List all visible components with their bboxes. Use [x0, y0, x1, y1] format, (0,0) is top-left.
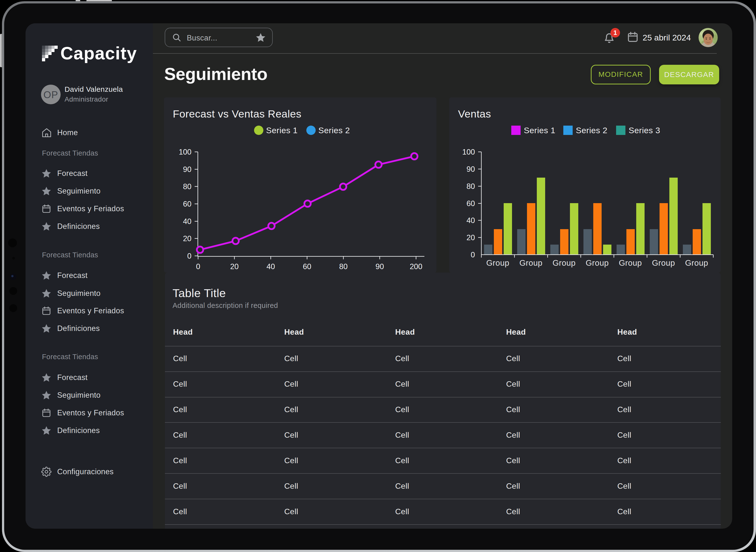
svg-text:Forecast vs Ventas Reales: Forecast vs Ventas Reales [173, 108, 301, 120]
svg-text:20: 20 [230, 262, 239, 271]
svg-text:80: 80 [339, 262, 348, 271]
svg-text:60: 60 [467, 199, 475, 208]
svg-text:Ventas: Ventas [458, 108, 491, 120]
svg-text:80: 80 [183, 182, 192, 191]
svg-text:80: 80 [467, 182, 475, 190]
svg-text:200: 200 [410, 262, 422, 271]
svg-text:100: 100 [462, 148, 475, 156]
svg-text:100: 100 [179, 148, 192, 156]
svg-text:Group: Group [685, 258, 708, 267]
svg-text:Series 1: Series 1 [266, 126, 298, 135]
svg-text:Group: Group [586, 258, 609, 267]
svg-text:90: 90 [376, 262, 384, 271]
svg-text:Group: Group [652, 258, 675, 267]
svg-text:20: 20 [467, 233, 475, 242]
svg-text:Series 3: Series 3 [629, 126, 660, 135]
svg-text:20: 20 [183, 234, 192, 243]
svg-text:Group: Group [486, 258, 509, 267]
svg-text:Series 2: Series 2 [576, 126, 608, 135]
svg-text:90: 90 [467, 165, 475, 173]
svg-text:40: 40 [267, 262, 275, 271]
svg-text:90: 90 [183, 165, 192, 174]
svg-text:0: 0 [187, 252, 192, 260]
svg-text:60: 60 [183, 200, 192, 208]
svg-text:40: 40 [183, 217, 192, 226]
svg-text:40: 40 [467, 216, 475, 225]
svg-text:0: 0 [196, 262, 200, 271]
svg-text:Series 1: Series 1 [524, 126, 555, 135]
svg-text:0: 0 [471, 251, 475, 259]
svg-text:Series 2: Series 2 [319, 126, 350, 135]
svg-text:Group: Group [619, 258, 642, 267]
svg-text:Group: Group [552, 258, 576, 267]
svg-text:60: 60 [303, 262, 311, 271]
svg-text:Group: Group [519, 258, 542, 267]
